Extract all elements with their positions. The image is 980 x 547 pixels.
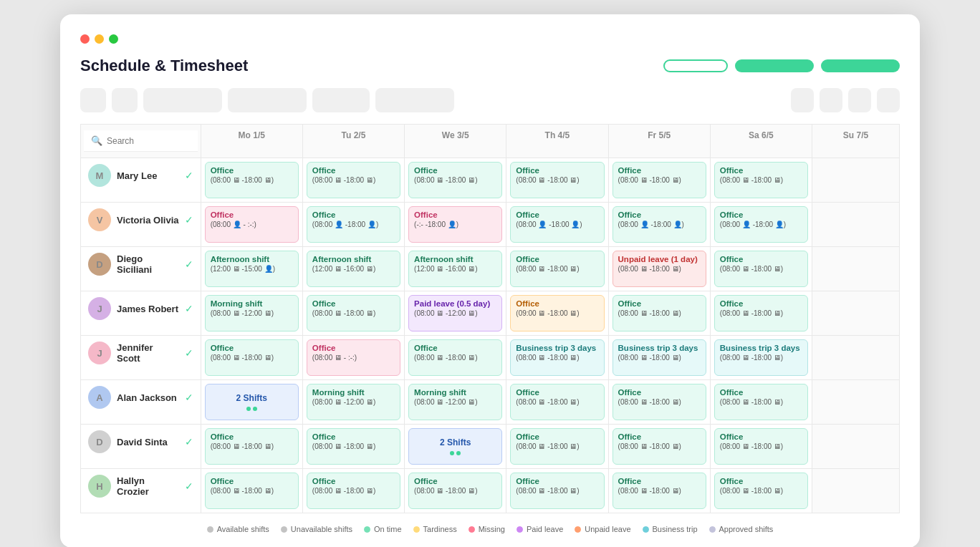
shift-cell[interactable]: Office (08:00 🖥 -18:00 🖥) bbox=[302, 469, 404, 513]
shift-cell[interactable]: Office (08:00 🖥 -18:00 🖥) bbox=[405, 336, 506, 380]
shift-cell[interactable]: Office (08:00 🖥 -18:00 🖥) bbox=[608, 469, 710, 513]
toolbar-btn-nav3[interactable] bbox=[848, 88, 871, 112]
shift-cell[interactable]: Business trip 3 days (08:00 🖥 -18:00 🖥) bbox=[506, 336, 608, 380]
multi-shift-block[interactable]: 2 Shifts bbox=[408, 428, 502, 465]
shift-block[interactable]: Office (08:00 🖥 -18:00 🖥) bbox=[612, 295, 706, 331]
shift-block[interactable]: Afternoon shift (12:00 🖥 -15:00 👤) bbox=[205, 251, 299, 287]
shift-cell[interactable]: Office (08:00 🖥 -18:00 🖥) bbox=[302, 425, 404, 469]
shift-block[interactable]: Morning shift (08:00 🖥 -12:00 🖥) bbox=[205, 295, 299, 331]
shift-cell[interactable]: Morning shift (08:00 🖥 -12:00 🖥) bbox=[302, 380, 404, 425]
shift-cell[interactable]: 2 Shifts bbox=[405, 425, 506, 469]
shift-block[interactable]: Afternoon shift (12:00 🖥 -16:00 🖥) bbox=[408, 251, 502, 287]
toolbar-btn-3[interactable] bbox=[143, 88, 222, 112]
shift-cell[interactable]: Office (08:00 🖥 -18:00 🖥) bbox=[506, 380, 608, 425]
shift-cell[interactable]: Office (09:00 🖥 -18:00 🖥) bbox=[506, 291, 608, 336]
shift-block[interactable]: Office (08:00 🖥 -18:00 🖥) bbox=[205, 339, 299, 376]
toolbar-btn-nav4[interactable] bbox=[877, 88, 900, 112]
shift-cell[interactable]: Office (08:00 👤 -18:00 👤) bbox=[710, 203, 812, 247]
shift-block[interactable]: Unpaid leave (1 day) (08:00 🖥 -18:00 🖥) bbox=[612, 251, 706, 287]
shift-cell[interactable]: Office (08:00 🖥 -18:00 🖥) bbox=[201, 469, 302, 513]
toolbar-btn-nav1[interactable] bbox=[791, 88, 814, 112]
shift-cell[interactable]: Office (08:00 🖥 -18:00 🖥) bbox=[710, 158, 812, 203]
shift-block[interactable]: Business trip 3 days (08:00 🖥 -18:00 🖥) bbox=[510, 339, 604, 376]
shift-block[interactable]: Office (08:00 🖥 -18:00 🖥) bbox=[714, 251, 808, 287]
shift-block[interactable]: Office (08:00 🖥 -18:00 🖥) bbox=[714, 162, 808, 198]
shift-block[interactable]: Office (08:00 🖥 -18:00 🖥) bbox=[408, 162, 502, 198]
shift-block[interactable]: Office (-:- -18:00 👤) bbox=[408, 206, 502, 243]
multi-shift-block[interactable]: 2 Shifts bbox=[205, 384, 299, 420]
shift-cell[interactable]: Office (08:00 🖥 -18:00 🖥) bbox=[608, 291, 710, 336]
maximize-button[interactable] bbox=[109, 34, 118, 44]
shift-block[interactable]: Office (08:00 👤 -18:00 👤) bbox=[307, 206, 400, 243]
shift-cell[interactable]: Office (08:00 🖥 -18:00 🖥) bbox=[506, 425, 608, 469]
shift-cell[interactable]: Morning shift (08:00 🖥 -12:00 🖥) bbox=[405, 380, 506, 425]
shift-cell[interactable]: Office (08:00 🖥 -18:00 🖥) bbox=[710, 247, 812, 291]
shift-block[interactable]: Afternoon shift (12:00 🖥 -16:00 🖥) bbox=[307, 251, 400, 287]
toolbar-btn-6[interactable] bbox=[375, 88, 454, 112]
shift-cell[interactable]: Office (08:00 🖥 -18:00 🖥) bbox=[608, 425, 710, 469]
shift-cell[interactable] bbox=[812, 291, 900, 336]
shift-block[interactable]: Office (08:00 🖥 -18:00 🖥) bbox=[307, 473, 400, 509]
shift-cell[interactable]: Office (08:00 🖥 -18:00 🖥) bbox=[710, 380, 812, 425]
shift-block[interactable]: Paid leave (0.5 day) (08:00 🖥 -12:00 🖥) bbox=[408, 295, 502, 331]
shift-cell[interactable]: Office (08:00 🖥 -18:00 🖥) bbox=[608, 380, 710, 425]
shift-cell[interactable]: Office (08:00 👤 -18:00 👤) bbox=[608, 203, 710, 247]
shift-cell[interactable]: Office (08:00 🖥 -18:00 🖥) bbox=[506, 158, 608, 203]
shift-cell[interactable]: Office (08:00 🖥 - :-:) bbox=[302, 336, 404, 380]
shift-cell[interactable]: Office (08:00 🖥 -18:00 🖥) bbox=[201, 425, 302, 469]
shift-cell[interactable]: Office (08:00 👤 - :-:) bbox=[201, 203, 302, 247]
shift-block[interactable]: Office (08:00 👤 -18:00 👤) bbox=[714, 206, 808, 243]
action-button[interactable] bbox=[821, 59, 900, 72]
shift-block[interactable]: Office (08:00 🖥 -18:00 🖥) bbox=[714, 473, 808, 509]
shift-block[interactable]: Office (08:00 🖥 -18:00 🖥) bbox=[307, 162, 400, 198]
shift-block[interactable]: Office (08:00 🖥 -18:00 🖥) bbox=[612, 384, 706, 420]
shift-block[interactable]: Business trip 3 days (08:00 🖥 -18:00 🖥) bbox=[612, 339, 706, 376]
add-schedule-button[interactable] bbox=[735, 59, 814, 72]
shift-block[interactable]: Office (08:00 🖥 -18:00 🖥) bbox=[510, 473, 604, 509]
shift-block[interactable]: Office (08:00 👤 -18:00 👤) bbox=[612, 206, 706, 243]
shift-cell[interactable] bbox=[812, 380, 900, 425]
shift-cell[interactable]: Business trip 3 days (08:00 🖥 -18:00 🖥) bbox=[608, 336, 710, 380]
shift-block[interactable]: Business trip 3 days (08:00 🖥 -18:00 🖥) bbox=[714, 339, 808, 376]
toolbar-btn-4[interactable] bbox=[228, 88, 307, 112]
shift-cell[interactable]: Office (08:00 🖥 -18:00 🖥) bbox=[302, 291, 404, 336]
shift-block[interactable]: Morning shift (08:00 🖥 -12:00 🖥) bbox=[307, 384, 400, 420]
shift-cell[interactable] bbox=[812, 425, 900, 469]
shift-cell[interactable] bbox=[812, 247, 900, 291]
shift-cell[interactable]: Business trip 3 days (08:00 🖥 -18:00 🖥) bbox=[710, 336, 812, 380]
shift-cell[interactable]: Office (08:00 👤 -18:00 👤) bbox=[302, 203, 404, 247]
shift-cell[interactable] bbox=[812, 336, 900, 380]
shift-cell[interactable]: Office (08:00 🖥 -18:00 🖥) bbox=[405, 469, 506, 513]
shift-block[interactable]: Office (08:00 🖥 - :-:) bbox=[307, 339, 400, 376]
shift-cell[interactable] bbox=[812, 469, 900, 513]
shift-cell[interactable]: Morning shift (08:00 🖥 -12:00 🖥) bbox=[201, 291, 302, 336]
toolbar-btn-2[interactable] bbox=[112, 88, 138, 112]
shift-block[interactable]: Office (08:00 👤 -18:00 👤) bbox=[510, 206, 604, 243]
shift-block[interactable]: Office (08:00 🖥 -18:00 🖥) bbox=[205, 428, 299, 465]
shift-cell[interactable]: 2 Shifts bbox=[201, 380, 302, 425]
shift-cell[interactable]: Office (08:00 🖥 -18:00 🖥) bbox=[201, 336, 302, 380]
shift-cell[interactable]: Paid leave (0.5 day) (08:00 🖥 -12:00 🖥) bbox=[405, 291, 506, 336]
shift-cell[interactable]: Office (08:00 🖥 -18:00 🖥) bbox=[405, 158, 506, 203]
shift-block[interactable]: Office (08:00 🖥 -18:00 🖥) bbox=[307, 428, 400, 465]
shift-block[interactable]: Office (09:00 🖥 -18:00 🖥) bbox=[510, 295, 604, 331]
shift-cell[interactable]: Afternoon shift (12:00 🖥 -16:00 🖥) bbox=[302, 247, 404, 291]
shift-block[interactable]: Office (08:00 🖥 -18:00 🖥) bbox=[510, 384, 604, 420]
toolbar-btn-nav2[interactable] bbox=[820, 88, 842, 112]
shift-cell[interactable]: Office (08:00 👤 -18:00 👤) bbox=[506, 203, 608, 247]
shift-cell[interactable]: Office (08:00 🖥 -18:00 🖥) bbox=[710, 425, 812, 469]
shift-block[interactable]: Office (08:00 👤 - :-:) bbox=[205, 206, 299, 243]
shift-block[interactable]: Office (08:00 🖥 -18:00 🖥) bbox=[510, 162, 604, 198]
shift-cell[interactable] bbox=[812, 158, 900, 203]
shift-block[interactable]: Office (08:00 🖥 -18:00 🖥) bbox=[612, 162, 706, 198]
shift-block[interactable]: Office (08:00 🖥 -18:00 🖥) bbox=[408, 473, 502, 509]
shift-cell[interactable]: Office (08:00 🖥 -18:00 🖥) bbox=[506, 247, 608, 291]
shift-block[interactable]: Office (08:00 🖥 -18:00 🖥) bbox=[510, 251, 604, 287]
shift-block[interactable]: Office (08:00 🖥 -18:00 🖥) bbox=[205, 162, 299, 198]
shift-cell[interactable]: Office (08:00 🖥 -18:00 🖥) bbox=[608, 158, 710, 203]
shift-cell[interactable]: Office (-:- -18:00 👤) bbox=[405, 203, 506, 247]
close-button[interactable] bbox=[80, 34, 90, 44]
shift-cell[interactable]: Office (08:00 🖥 -18:00 🖥) bbox=[201, 158, 302, 203]
export-button[interactable] bbox=[663, 59, 728, 72]
shift-block[interactable]: Office (08:00 🖥 -18:00 🖥) bbox=[510, 428, 604, 465]
